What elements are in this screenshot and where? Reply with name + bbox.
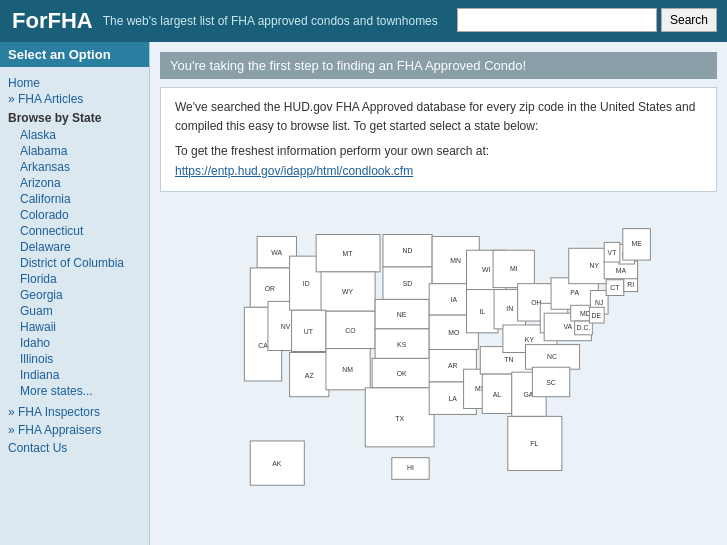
sidebar-state-colorado[interactable]: Colorado — [8, 207, 141, 223]
sidebar-title: Select an Option — [0, 42, 149, 67]
sidebar-state-florida[interactable]: Florida — [8, 271, 141, 287]
sidebar-state-georgia[interactable]: Georgia — [8, 287, 141, 303]
state-mt[interactable] — [316, 234, 380, 271]
state-sc[interactable] — [532, 367, 569, 396]
layout: Select an Option Home » FHA Articles Bro… — [0, 42, 727, 545]
sidebar-state-dc[interactable]: District of Columbia — [8, 255, 141, 271]
sidebar-more-states[interactable]: More states... — [8, 383, 141, 399]
sidebar-state-delaware[interactable]: Delaware — [8, 239, 141, 255]
state-az[interactable] — [289, 352, 328, 396]
state-vt[interactable] — [604, 242, 620, 262]
sidebar-fha-appraisers[interactable]: » FHA Appraisers — [8, 421, 141, 439]
hud-link[interactable]: https://entp.hud.gov/idapp/html/condlook… — [175, 164, 413, 178]
sidebar-state-indiana[interactable]: Indiana — [8, 367, 141, 383]
sidebar-state-guam[interactable]: Guam — [8, 303, 141, 319]
sidebar-state-alabama[interactable]: Alabama — [8, 143, 141, 159]
sidebar: Select an Option Home » FHA Articles Bro… — [0, 42, 150, 545]
main-content: You're taking the first step to finding … — [150, 42, 727, 545]
site-logo: ForFHA — [12, 8, 93, 34]
state-tx[interactable] — [365, 388, 434, 447]
sidebar-state-idaho[interactable]: Idaho — [8, 335, 141, 351]
sidebar-contact-us[interactable]: Contact Us — [8, 439, 141, 457]
state-ks[interactable] — [375, 329, 429, 358]
browse-by-state-label: Browse by State — [8, 111, 141, 125]
sidebar-state-california[interactable]: California — [8, 191, 141, 207]
info-line1: We've searched the HUD.gov FHA Approved … — [175, 98, 702, 136]
state-il[interactable] — [466, 289, 497, 332]
state-wy[interactable] — [321, 272, 375, 311]
map-container: WA OR CA NV ID MT WY — [160, 202, 717, 502]
sidebar-item-home[interactable]: Home — [8, 75, 141, 91]
info-box: We've searched the HUD.gov FHA Approved … — [160, 87, 717, 192]
state-nd[interactable] — [382, 234, 431, 266]
sidebar-state-alaska[interactable]: Alaska — [8, 127, 141, 143]
state-nm[interactable] — [325, 348, 369, 389]
state-ri[interactable] — [623, 278, 637, 292]
state-ak[interactable] — [250, 441, 304, 485]
sidebar-state-illinois[interactable]: Illinois — [8, 351, 141, 367]
state-mi[interactable] — [493, 250, 534, 287]
sidebar-state-arizona[interactable]: Arizona — [8, 175, 141, 191]
sidebar-state-arkansas[interactable]: Arkansas — [8, 159, 141, 175]
state-nc[interactable] — [525, 344, 579, 369]
banner: You're taking the first step to finding … — [160, 52, 717, 79]
state-fl[interactable] — [507, 416, 561, 470]
state-ne[interactable] — [375, 299, 429, 328]
state-me[interactable] — [622, 228, 650, 259]
state-hi[interactable] — [391, 457, 428, 479]
state-de[interactable] — [589, 307, 604, 323]
sidebar-fha-inspectors[interactable]: » FHA Inspectors — [8, 403, 141, 421]
sidebar-item-fha-articles[interactable]: » FHA Articles — [8, 91, 141, 107]
state-ut[interactable] — [291, 310, 325, 351]
state-ct[interactable] — [606, 279, 624, 295]
state-co[interactable] — [325, 311, 374, 348]
search-button[interactable]: Search — [661, 8, 717, 32]
state-ok[interactable] — [372, 358, 431, 387]
search-bar: Search — [457, 8, 717, 32]
us-map: WA OR CA NV ID MT WY — [194, 207, 684, 497]
state-al[interactable] — [482, 374, 511, 413]
info-line2: To get the freshest information perform … — [175, 142, 702, 180]
state-sd[interactable] — [382, 267, 431, 299]
sidebar-state-connecticut[interactable]: Connecticut — [8, 223, 141, 239]
search-input[interactable] — [457, 8, 657, 32]
header-tagline: The web's largest list of FHA approved c… — [103, 14, 438, 28]
sidebar-state-hawaii[interactable]: Hawaii — [8, 319, 141, 335]
